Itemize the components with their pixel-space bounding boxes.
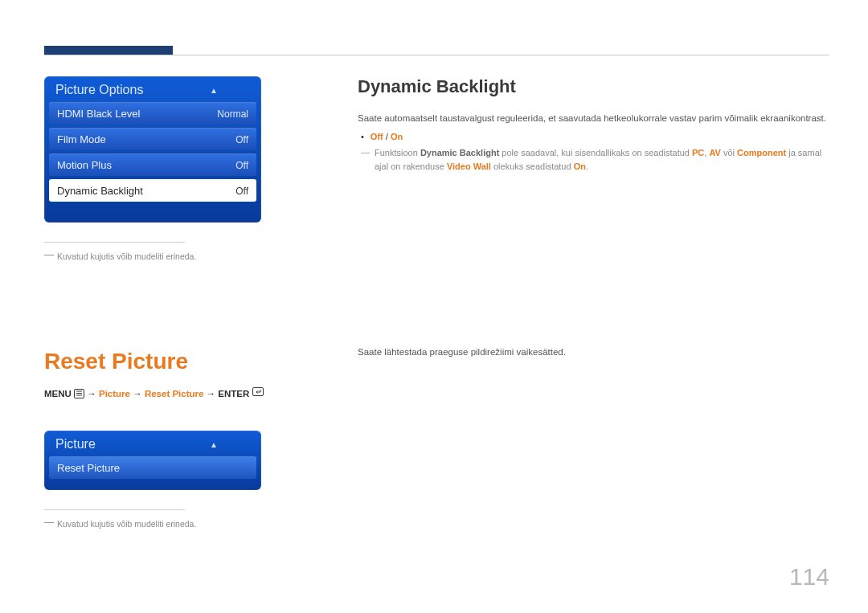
menu-row-label: Motion Plus (57, 159, 112, 171)
reset-picture-heading: Reset Picture (44, 349, 309, 374)
t: pole saadaval, kui sisendallikaks on sea… (499, 148, 692, 157)
menu-row-motion-plus[interactable]: Motion Plus Off (49, 153, 256, 176)
right-column-section1: Dynamic Backlight Saate automaatselt tau… (358, 76, 829, 174)
dynamic-backlight-description: Saate automaatselt taustavalgust regulee… (358, 112, 829, 125)
option-separator: / (383, 132, 391, 141)
path-menu-label: MENU (44, 389, 72, 398)
t: . (586, 161, 588, 171)
menu-title: Picture (55, 437, 96, 452)
scroll-up-icon[interactable]: ▲ (210, 440, 218, 449)
t: Component (737, 148, 786, 157)
menu-row-value: Off (235, 160, 248, 171)
scroll-up-icon[interactable]: ▲ (210, 86, 218, 95)
menu-title-row: Picture ▲ (44, 431, 261, 456)
t: või (721, 148, 737, 157)
right-column-section2: Saate lähtestada praeguse pildirežiimi v… (358, 345, 829, 366)
dynamic-backlight-heading: Dynamic Backlight (358, 76, 829, 97)
picture-options-menu: Picture Options ▲ HDMI Black Level Norma… (44, 76, 261, 223)
menu-row-hdmi-black-level[interactable]: HDMI Black Level Normal (49, 102, 256, 125)
menu-row-value: Normal (217, 108, 248, 120)
availability-note: Funktsioon Dynamic Backlight pole saadav… (361, 146, 829, 174)
picture-menu: Picture ▲ Reset Picture (44, 431, 261, 490)
bullet-icon: • (361, 132, 364, 141)
note-dash: ― (44, 517, 54, 528)
reset-picture-description: Saate lähtestada praeguse pildirežiimi v… (358, 345, 829, 359)
t: olekuks seadistatud (491, 161, 574, 171)
note-divider (44, 509, 185, 510)
image-note: ―Kuvatud kujutis võib mudeliti erineda. (44, 518, 309, 529)
page-number: 114 (789, 563, 829, 591)
path-picture: Picture (99, 389, 130, 398)
menu-row-label: Film Mode (57, 133, 106, 145)
path-enter-label: ENTER (218, 389, 249, 398)
menu-row-label: Dynamic Backlight (57, 185, 143, 197)
t: On (574, 161, 586, 171)
option-list: • Off / On (361, 132, 829, 141)
note-body: Funktsioon Dynamic Backlight pole saadav… (375, 146, 829, 174)
navigation-path: MENU → Picture → Reset Picture → ENTER (44, 387, 309, 398)
path-arrow: → (87, 389, 96, 398)
menu-row-reset-picture[interactable]: Reset Picture (49, 456, 256, 479)
top-horizontal-rule (44, 55, 829, 55)
t: Dynamic Backlight (420, 148, 499, 157)
left-column: Picture Options ▲ HDMI Black Level Norma… (44, 44, 309, 529)
note-mark-icon (361, 146, 370, 174)
image-note: ―Kuvatud kujutis võib mudeliti erineda. (44, 251, 309, 262)
note-text: Kuvatud kujutis võib mudeliti erineda. (57, 519, 196, 529)
top-accent-bar (44, 46, 173, 55)
enter-icon (252, 387, 264, 396)
note-divider (44, 242, 185, 243)
t: Funktsioon (375, 148, 420, 157)
t: PC (692, 148, 704, 157)
menu-row-value: Off (235, 186, 248, 197)
path-reset-picture: Reset Picture (145, 389, 204, 398)
note-dash: ― (44, 249, 54, 260)
menu-row-film-mode[interactable]: Film Mode Off (49, 128, 256, 150)
menu-title: Picture Options (55, 83, 143, 97)
menu-row-label: HDMI Black Level (57, 108, 140, 120)
menu-icon (74, 389, 84, 398)
path-arrow: → (133, 389, 142, 398)
menu-title-row: Picture Options ▲ (44, 76, 261, 102)
menu-row-dynamic-backlight[interactable]: Dynamic Backlight Off (49, 179, 256, 202)
path-arrow: → (207, 389, 216, 398)
menu-row-label: Reset Picture (57, 462, 120, 474)
t: AV (709, 148, 720, 157)
menu-row-value: Off (235, 134, 248, 145)
t: Video Wall (447, 161, 491, 171)
option-on: On (391, 132, 403, 141)
option-off: Off (371, 132, 383, 141)
note-text: Kuvatud kujutis võib mudeliti erineda. (57, 251, 196, 261)
